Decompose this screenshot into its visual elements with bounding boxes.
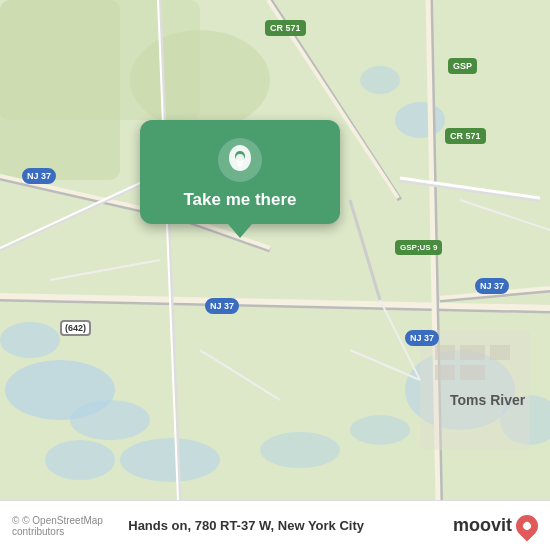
- svg-text:Toms River: Toms River: [450, 392, 526, 408]
- road-badge-nj37-left: NJ 37: [22, 168, 56, 184]
- callout-label: Take me there: [183, 190, 296, 210]
- svg-point-2: [0, 322, 60, 358]
- take-me-there-callout[interactable]: Take me there: [140, 120, 340, 224]
- svg-point-11: [360, 66, 400, 94]
- osm-attribution: © © OpenStreetMap contributors: [12, 515, 120, 537]
- road-badge-nj37-right: NJ 37: [405, 330, 439, 346]
- bottom-info: Hands on, 780 RT-37 W, New York City: [120, 518, 453, 533]
- svg-point-10: [395, 102, 445, 138]
- moovit-text: moovit: [453, 515, 512, 536]
- svg-point-6: [260, 432, 340, 468]
- svg-rect-44: [460, 365, 485, 380]
- road-badge-nj37-center: NJ 37: [205, 298, 239, 314]
- moovit-dot-icon: [511, 510, 542, 541]
- location-name: Hands on, 780 RT-37 W, New York City: [128, 518, 364, 533]
- svg-rect-40: [435, 345, 455, 360]
- osm-text: © OpenStreetMap contributors: [12, 515, 103, 537]
- svg-rect-41: [460, 345, 485, 360]
- road-badge-642: (642): [60, 320, 91, 336]
- location-pin-icon: [218, 138, 262, 182]
- road-badge-gsp-us9: GSP;US 9: [395, 240, 442, 255]
- copyright-symbol: ©: [12, 515, 19, 526]
- road-badge-gsp-top: GSP: [448, 58, 477, 74]
- road-badge-nj37-far-right: NJ 37: [475, 278, 509, 294]
- svg-point-3: [70, 400, 150, 440]
- svg-point-5: [45, 440, 115, 480]
- svg-point-14: [130, 30, 270, 130]
- bottom-bar: © © OpenStreetMap contributors Hands on,…: [0, 500, 550, 550]
- svg-rect-43: [435, 365, 455, 380]
- map-container: Toms River NJ 37 NJ 37 NJ 37 NJ 37 CR 57…: [0, 0, 550, 500]
- svg-rect-42: [490, 345, 510, 360]
- svg-point-7: [350, 415, 410, 445]
- svg-point-4: [120, 438, 220, 482]
- moovit-logo: moovit: [453, 515, 538, 537]
- road-badge-cr571-right: CR 571: [445, 128, 486, 144]
- road-badge-cr571-top: CR 571: [265, 20, 306, 36]
